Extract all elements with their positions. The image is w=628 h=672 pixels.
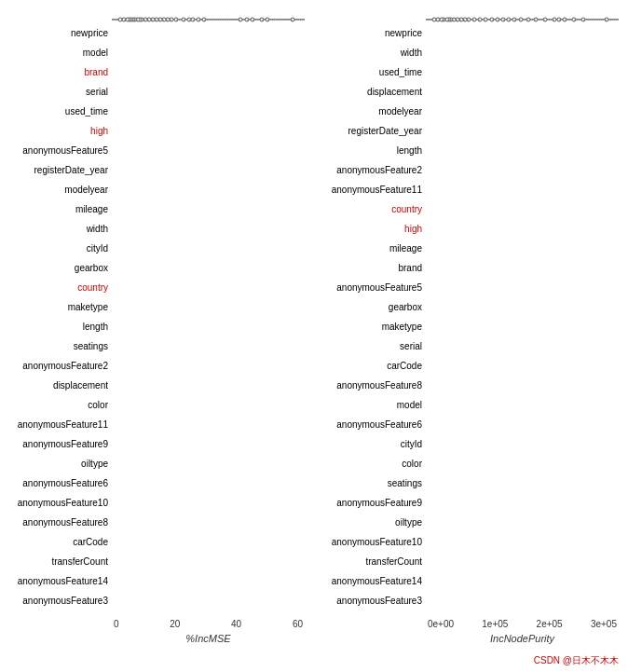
y-label: anonymousFeature11 <box>323 185 422 196</box>
y-label: registerDate_year <box>323 126 422 137</box>
chart1-x-title: %IncMSE <box>185 633 230 644</box>
data-dot <box>431 18 436 22</box>
y-label: width <box>9 224 108 235</box>
y-label: anonymousFeature8 <box>9 517 108 528</box>
x-tick-label: 1e+05 <box>482 619 508 629</box>
y-label: registerDate_year <box>9 165 108 176</box>
y-label: oiltype <box>9 459 108 470</box>
chart2-x-axis: 0e+001e+052e+053e+05 IncNodePurity <box>426 619 619 644</box>
y-label: high <box>9 126 108 137</box>
charts-container: newpricemodelbrandserialused_timehighano… <box>0 0 628 672</box>
y-label: gearbox <box>323 302 422 313</box>
y-label: anonymousFeature9 <box>9 439 108 450</box>
y-label: mileage <box>323 243 422 254</box>
chart1-panel: newpricemodelbrandserialused_timehighano… <box>9 19 305 616</box>
y-label: serial <box>9 87 108 98</box>
chart1-plot-area <box>112 19 305 21</box>
y-label: anonymousFeature6 <box>9 478 108 489</box>
data-dot <box>117 18 122 22</box>
y-label: transferCount <box>323 556 422 568</box>
y-label: displacement <box>323 87 422 98</box>
y-label: transferCount <box>9 556 108 568</box>
y-label: color <box>9 400 108 411</box>
y-label: carCode <box>9 537 108 548</box>
y-label: anonymousFeature5 <box>9 145 108 157</box>
x-tick-label: 0 <box>114 619 119 629</box>
y-label: maketype <box>9 302 108 313</box>
x-tick-label: 3e+05 <box>591 619 617 629</box>
x-tick-label: 20 <box>170 619 180 629</box>
y-label: cityId <box>9 243 108 254</box>
y-label: model <box>9 48 108 59</box>
y-label: seatings <box>323 478 422 489</box>
y-label: anonymousFeature5 <box>323 282 422 294</box>
y-label: anonymousFeature3 <box>9 596 108 607</box>
y-label: gearbox <box>9 263 108 274</box>
y-label: country <box>9 282 108 294</box>
y-label: anonymousFeature10 <box>323 537 422 548</box>
y-label: length <box>9 322 108 333</box>
y-label: displacement <box>9 380 108 391</box>
y-label: carCode <box>323 361 422 372</box>
y-label: used_time <box>9 106 108 117</box>
y-label: anonymousFeature14 <box>9 576 108 587</box>
y-label: high <box>323 224 422 235</box>
y-label: color <box>323 459 422 470</box>
y-label: anonymousFeature8 <box>323 380 422 391</box>
y-label: length <box>323 145 422 157</box>
y-label: mileage <box>9 204 108 215</box>
y-label: model <box>323 400 422 411</box>
y-label: brand <box>323 263 422 274</box>
chart2-plot-area <box>426 19 619 21</box>
watermark: CSDN @日木不木木 <box>534 654 619 667</box>
chart2-y-labels: newpricewidthused_timedisplacementmodely… <box>323 19 426 616</box>
y-label: newprice <box>9 28 108 39</box>
y-label: used_time <box>323 67 422 78</box>
y-label: seatings <box>9 341 108 352</box>
y-label: anonymousFeature14 <box>323 576 422 587</box>
chart1-x-ticks: 0204060 <box>112 619 305 629</box>
chart2-panel: newpricewidthused_timedisplacementmodely… <box>323 19 619 616</box>
y-label: oiltype <box>323 517 422 528</box>
y-label: newprice <box>323 28 422 39</box>
x-tick-label: 0e+00 <box>428 619 454 629</box>
chart2-x-ticks: 0e+001e+052e+053e+05 <box>426 619 619 629</box>
y-label: width <box>323 48 422 59</box>
y-label: anonymousFeature6 <box>323 419 422 431</box>
x-tick-label: 60 <box>293 619 303 629</box>
y-label: maketype <box>323 322 422 333</box>
x-tick-label: 40 <box>231 619 241 629</box>
y-label: serial <box>323 341 422 352</box>
y-label: country <box>323 204 422 215</box>
y-label: anonymousFeature11 <box>9 419 108 431</box>
dotted-line <box>427 20 618 21</box>
y-label: modelyear <box>9 185 108 196</box>
y-label: anonymousFeature2 <box>9 361 108 372</box>
chart1-y-labels: newpricemodelbrandserialused_timehighano… <box>9 19 112 616</box>
y-label: modelyear <box>323 106 422 117</box>
chart2-x-title: IncNodePurity <box>490 633 554 644</box>
y-label: brand <box>9 67 108 78</box>
y-label: cityId <box>323 439 422 450</box>
dotted-line <box>113 20 304 21</box>
y-label: anonymousFeature2 <box>323 165 422 176</box>
y-label: anonymousFeature9 <box>323 498 422 509</box>
x-tick-label: 2e+05 <box>537 619 563 629</box>
chart1-x-axis: 0204060 %IncMSE <box>112 619 305 644</box>
y-label: anonymousFeature10 <box>9 498 108 509</box>
y-label: anonymousFeature3 <box>323 596 422 607</box>
